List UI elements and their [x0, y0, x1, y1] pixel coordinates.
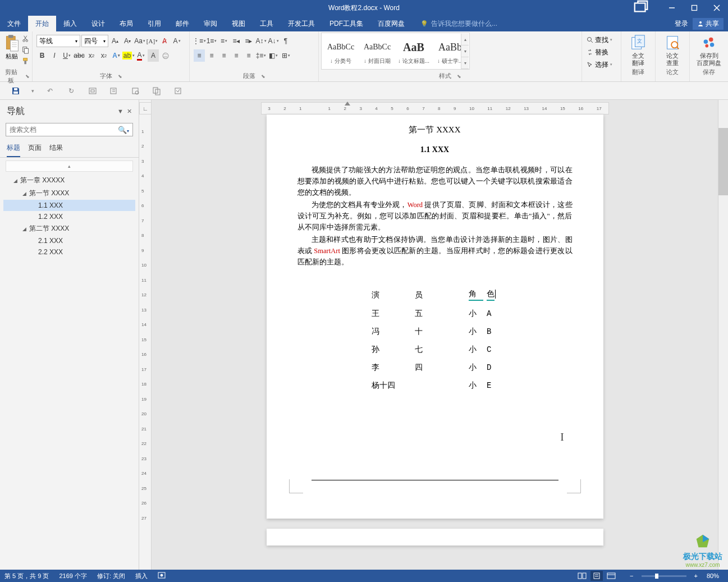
status-track[interactable]: 修订: 关闭 [97, 572, 125, 580]
align-right-button[interactable]: ≡ [218, 49, 230, 62]
nav-collapse-all[interactable]: ▴ [6, 161, 133, 172]
qat-icon-2[interactable] [108, 85, 120, 97]
vertical-scrollbar[interactable] [718, 100, 728, 570]
format-painter-button[interactable] [22, 57, 30, 67]
phonetic-button[interactable]: [A] [146, 35, 158, 47]
tab-baidu[interactable]: 百度网盘 [370, 16, 412, 31]
select-button[interactable]: 选择 ▾ [584, 58, 615, 71]
tab-selector[interactable]: ∟ [139, 102, 152, 114]
tab-devtools[interactable]: 开发工具 [281, 16, 322, 31]
thesis-check-button[interactable]: 论文查重 [658, 33, 687, 67]
increase-indent-button[interactable]: ≡▸ [243, 35, 254, 47]
multilevel-button[interactable]: ≡ [218, 35, 230, 47]
align-center-button[interactable]: ≡ [206, 49, 217, 62]
close-button[interactable] [706, 0, 728, 16]
highlight-button[interactable]: ab [123, 49, 134, 62]
tab-layout[interactable]: 布局 [112, 16, 140, 31]
borders-button[interactable]: ⊞ [280, 49, 291, 62]
tab-home[interactable]: 开始 [28, 16, 56, 31]
font-size-select[interactable]: 四号▾ [81, 35, 108, 47]
zoom-in-button[interactable]: + [692, 572, 700, 579]
shading-button[interactable]: ◧ [268, 49, 279, 62]
nav-search-box[interactable]: 🔍▾ [6, 123, 133, 136]
save-baidu-button[interactable]: 保存到百度网盘 [692, 33, 726, 67]
tree-item[interactable]: 1.2 XXX [3, 211, 135, 222]
qat-icon-4[interactable] [151, 85, 162, 97]
tree-item[interactable]: ◢第二节 XXXX [3, 222, 135, 235]
login-link[interactable]: 登录 [675, 19, 688, 29]
nav-tab-results[interactable]: 结果 [49, 143, 63, 157]
horizontal-ruler[interactable]: 3211234567891011121314151617 [261, 102, 609, 114]
save-icon[interactable] [10, 85, 21, 97]
tab-references[interactable]: 引用 [140, 16, 168, 31]
maximize-button[interactable] [683, 0, 706, 16]
vertical-ruler[interactable]: ∟ 12345678910111213141516171819202122232… [139, 100, 152, 570]
view-read-icon[interactable] [576, 571, 588, 581]
undo-icon[interactable]: ↶ [44, 85, 56, 97]
style-item-1[interactable]: AaBbCc↓ 封面日期 [359, 35, 395, 67]
tab-file[interactable]: 文件 [0, 16, 28, 31]
minimize-button[interactable] [661, 0, 683, 16]
nav-dropdown-icon[interactable]: ▼ [117, 108, 123, 115]
superscript-button[interactable]: x2 [98, 49, 109, 62]
strike-button[interactable]: abc [74, 49, 85, 62]
zoom-level[interactable]: 80% [707, 572, 719, 579]
font-name-select[interactable]: 等线▾ [36, 35, 80, 47]
document-scroll[interactable]: 3211234567891011121314151617 第一节 XXXX 1.… [152, 100, 718, 570]
tree-item[interactable]: 2.1 XXX [3, 235, 135, 246]
tab-design[interactable]: 设计 [84, 16, 112, 31]
view-web-icon[interactable] [605, 571, 617, 581]
font-launcher-icon[interactable]: ⬊ [118, 74, 122, 79]
font-color-button[interactable]: A [135, 49, 146, 62]
subscript-button[interactable]: x2 [86, 49, 97, 62]
status-insert[interactable]: 插入 [135, 572, 148, 580]
clipboard-launcher-icon[interactable]: ⬊ [25, 74, 30, 79]
share-button[interactable]: 共享 [693, 18, 724, 30]
tab-pdf[interactable]: PDF工具集 [322, 16, 370, 31]
enclose-char-button[interactable]: ㊁ [160, 49, 171, 62]
full-translate-button[interactable]: 文 全文翻译 [624, 33, 653, 67]
tell-me-search[interactable]: 告诉我您想要做什么... [420, 16, 497, 31]
tree-item[interactable]: 1.1 XXX [3, 200, 135, 211]
char-border-button[interactable]: A [171, 35, 182, 47]
find-button[interactable]: 查找 ▾ [584, 34, 615, 46]
bold-button[interactable]: B [36, 49, 48, 62]
tab-review[interactable]: 审阅 [196, 16, 225, 31]
redo-icon[interactable]: ↻ [66, 85, 77, 97]
numbering-button[interactable]: 1≡ [206, 35, 217, 47]
shrink-font-button[interactable]: A▾ [122, 35, 133, 47]
style-item-0[interactable]: AaBbCc↓ 分类号 [323, 35, 359, 67]
tab-insert[interactable]: 插入 [56, 16, 84, 31]
style-gallery-scroll[interactable]: ▴▾▾ [461, 34, 469, 69]
ribbon-display-icon[interactable] [633, 0, 649, 17]
clear-format-button[interactable]: A̷ [159, 35, 170, 47]
qat-icon-3[interactable] [130, 85, 141, 97]
char-shading-button[interactable]: A [148, 49, 159, 62]
search-icon[interactable]: 🔍▾ [118, 126, 129, 134]
tab-mailings[interactable]: 邮件 [168, 16, 196, 31]
qat-icon-5[interactable] [172, 85, 184, 97]
replace-button[interactable]: 替换 [584, 46, 611, 58]
qat-icon-1[interactable] [87, 85, 98, 97]
paste-button[interactable]: 粘贴 [2, 33, 21, 61]
styles-launcher-icon[interactable]: ⬊ [457, 74, 461, 79]
tab-view[interactable]: 视图 [225, 16, 253, 31]
style-item-2[interactable]: AaB↓ 论文标题... [396, 35, 432, 67]
text-direction-button[interactable]: A↕ [255, 35, 267, 47]
justify-button[interactable]: ≡ [231, 49, 242, 62]
zoom-slider[interactable] [642, 575, 686, 577]
status-macro-icon[interactable] [158, 572, 166, 580]
line-spacing-button[interactable]: ‡≡ [255, 49, 267, 62]
italic-button[interactable]: I [49, 49, 60, 62]
tree-item[interactable]: ◢第一章 XXXXX [3, 174, 135, 187]
view-print-icon[interactable] [590, 571, 603, 581]
copy-button[interactable] [22, 46, 30, 56]
paragraph-launcher-icon[interactable]: ⬊ [261, 74, 265, 79]
document-page[interactable]: 第一节 XXXX 1.1 XXX 视频提供了功能强大的方法帮助您证明您的观点。当… [267, 114, 603, 519]
change-case-button[interactable]: Aa [134, 35, 145, 47]
nav-search-input[interactable] [10, 126, 118, 134]
underline-button[interactable]: U [61, 49, 72, 62]
tree-item[interactable]: ◢第一节 XXXX [3, 187, 135, 200]
tab-tools[interactable]: 工具 [253, 16, 281, 31]
bullets-button[interactable]: ⋮≡ [194, 35, 205, 47]
